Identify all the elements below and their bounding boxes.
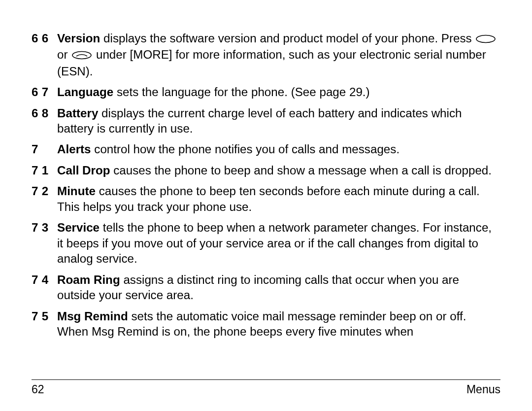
page-footer: 62 Menus (32, 379, 500, 396)
svg-point-0 (476, 35, 495, 42)
entry-term: Battery (57, 106, 98, 120)
entry-term: Service (57, 221, 100, 234)
menu-entries: 6 6 Version displays the software versio… (32, 31, 500, 339)
entry-number: 6 8 (32, 105, 57, 137)
entry-number: 6 6 (32, 31, 57, 79)
entry-text: Roam Ring assigns a distinct ring to inc… (57, 272, 500, 303)
entry-body-mid: or (57, 48, 71, 61)
entry-term: Version (57, 32, 100, 45)
manual-page: 6 6 Version displays the software versio… (0, 0, 532, 411)
entry-text: Service tells the phone to beep when a n… (57, 220, 500, 266)
entry-term: Msg Remind (57, 309, 128, 323)
entry-term: Alerts (57, 142, 91, 156)
entry-number: 6 7 (32, 84, 57, 100)
entry-6-7: 6 7 Language sets the language for the p… (32, 84, 500, 100)
entry-number: 7 2 (32, 183, 57, 214)
section-title: Menus (466, 383, 500, 396)
entry-6-6: 6 6 Version displays the software versio… (32, 31, 500, 79)
entry-term: Minute (57, 184, 96, 198)
entry-term: Roam Ring (57, 273, 120, 286)
entry-body: causes the phone to beep and show a mess… (110, 164, 492, 177)
entry-body-b: under [MORE] for more information, such … (57, 48, 486, 77)
entry-6-8: 6 8 Battery displays the current charge … (32, 105, 500, 137)
entry-7-1: 7 1 Call Drop causes the phone to beep a… (32, 163, 500, 178)
entry-text: Minute causes the phone to beep ten seco… (57, 183, 500, 214)
entry-text: Msg Remind sets the automatic voice mail… (57, 308, 500, 340)
entry-text: Call Drop causes the phone to beep and s… (57, 163, 500, 178)
entry-number: 7 (32, 141, 57, 157)
entry-term: Language (57, 85, 113, 99)
entry-7: 7 Alerts control how the phone notifies … (32, 141, 500, 157)
svg-point-1 (72, 52, 91, 59)
entry-number: 7 4 (32, 272, 57, 303)
entry-text: Battery displays the current charge leve… (57, 105, 500, 137)
entry-body: displays the current charge level of eac… (57, 106, 462, 135)
button-icon-plain (475, 32, 496, 47)
entry-body: sets the language for the phone. (See pa… (113, 85, 369, 99)
entry-7-4: 7 4 Roam Ring assigns a distinct ring to… (32, 272, 500, 303)
entry-term: Call Drop (57, 164, 110, 177)
entry-text: Version displays the software version an… (57, 31, 500, 79)
entry-7-2: 7 2 Minute causes the phone to beep ten … (32, 183, 500, 214)
button-icon-arc (71, 48, 92, 63)
page-number: 62 (32, 383, 44, 396)
entry-body-a: displays the software version and produc… (100, 32, 475, 45)
entry-7-5: 7 5 Msg Remind sets the automatic voice … (32, 308, 500, 340)
entry-7-3: 7 3 Service tells the phone to beep when… (32, 220, 500, 266)
entry-body: tells the phone to beep when a network p… (57, 221, 492, 265)
entry-body: control how the phone notifies you of ca… (91, 142, 400, 156)
entry-text: Alerts control how the phone notifies yo… (57, 141, 500, 157)
entry-body: causes the phone to beep ten seconds bef… (57, 184, 480, 213)
entry-number: 7 1 (32, 163, 57, 178)
entry-number: 7 5 (32, 308, 57, 340)
entry-number: 7 3 (32, 220, 57, 266)
entry-text: Language sets the language for the phone… (57, 84, 500, 100)
